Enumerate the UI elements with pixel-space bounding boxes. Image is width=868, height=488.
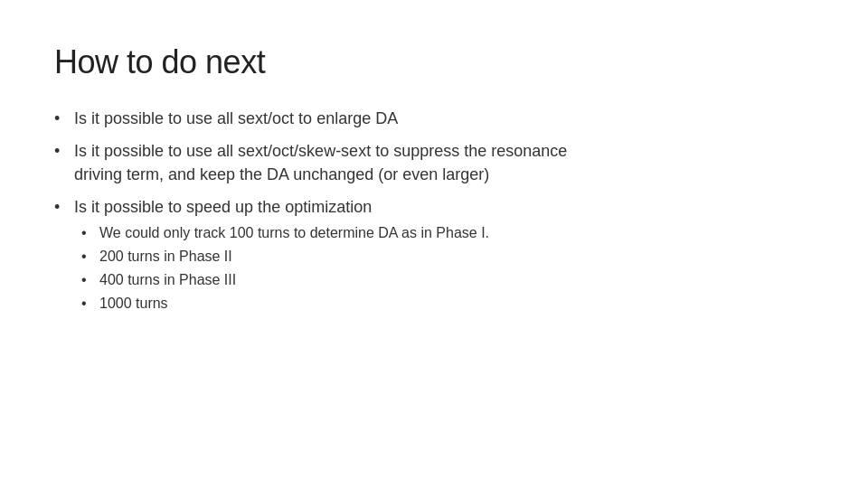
sub-bullet-text-3: 400 turns in Phase III <box>99 269 814 291</box>
sub-bullets: • We could only track 100 turns to deter… <box>81 222 814 314</box>
sub-bullet-text-1: We could only track 100 turns to determi… <box>99 222 814 244</box>
bullet-text-1: Is it possible to use all sext/oct to en… <box>74 107 814 130</box>
sub-bullet-2: • 200 turns in Phase II <box>81 246 814 267</box>
slide: How to do next • Is it possible to use a… <box>0 0 868 488</box>
slide-content: • Is it possible to use all sext/oct to … <box>54 107 814 324</box>
bullet-item-1: • Is it possible to use all sext/oct to … <box>54 107 814 130</box>
bullet-text-2: Is it possible to use all sext/oct/skew-… <box>74 139 814 186</box>
sub-bullet-dot-4: • <box>81 293 99 314</box>
slide-title: How to do next <box>54 43 814 81</box>
bullet-text-2-line2: driving term, and keep the DA unchanged … <box>74 165 489 183</box>
bullet-item-2: • Is it possible to use all sext/oct/ske… <box>54 139 814 186</box>
sub-bullet-text-2: 200 turns in Phase II <box>99 246 814 267</box>
bullet-text-3-main: Is it possible to speed up the optimizat… <box>74 198 372 216</box>
sub-bullet-1: • We could only track 100 turns to deter… <box>81 222 814 244</box>
sub-bullet-dot-3: • <box>81 269 99 291</box>
sub-bullet-dot-2: • <box>81 246 99 267</box>
sub-bullet-dot-1: • <box>81 222 99 244</box>
bullet-item-3: • Is it possible to speed up the optimiz… <box>54 195 814 314</box>
bullet-text-3: Is it possible to speed up the optimizat… <box>74 195 814 314</box>
bullet-dot-3: • <box>54 195 74 219</box>
sub-bullet-text-4: 1000 turns <box>99 293 814 314</box>
sub-bullet-4: • 1000 turns <box>81 293 814 314</box>
bullet-dot-1: • <box>54 107 74 130</box>
bullet-dot-2: • <box>54 139 74 163</box>
bullet-text-2-line1: Is it possible to use all sext/oct/skew-… <box>74 142 567 160</box>
sub-bullet-3: • 400 turns in Phase III <box>81 269 814 291</box>
